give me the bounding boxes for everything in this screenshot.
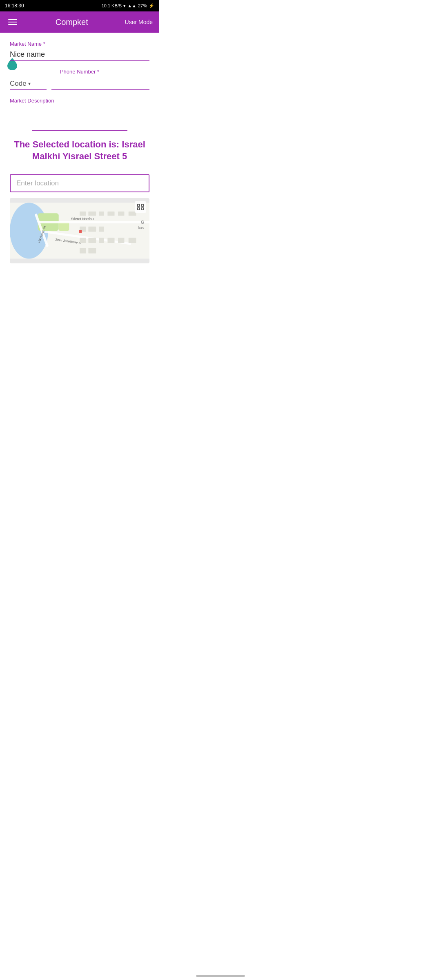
svg-rect-18 xyxy=(99,227,104,232)
svg-rect-31 xyxy=(141,204,143,206)
svg-rect-14 xyxy=(118,212,124,216)
wifi-icon: ▾ xyxy=(123,3,126,9)
map-view: Sderot Nordau HaYarkon St Zeev Jabotinsk… xyxy=(10,198,149,263)
menu-line-1 xyxy=(8,19,17,20)
market-name-field: Market Name * xyxy=(10,41,149,61)
market-name-input[interactable] xyxy=(10,49,149,61)
svg-rect-11 xyxy=(88,212,96,216)
svg-rect-13 xyxy=(107,212,114,216)
app-title: Compket xyxy=(19,18,125,27)
svg-text:Sderot Nordau: Sderot Nordau xyxy=(71,217,94,221)
market-description-label: Market Description xyxy=(10,98,149,104)
svg-rect-21 xyxy=(99,238,104,243)
svg-rect-22 xyxy=(107,238,114,243)
chevron-down-icon: ▾ xyxy=(28,81,31,87)
svg-rect-12 xyxy=(99,212,104,216)
svg-rect-32 xyxy=(138,208,140,210)
menu-line-3 xyxy=(8,24,17,25)
code-label: Code xyxy=(10,80,27,88)
battery-indicator: 27% xyxy=(138,3,147,8)
speed-indicator: 10.1 KB/S xyxy=(102,3,122,8)
svg-rect-19 xyxy=(80,238,86,243)
location-input[interactable] xyxy=(10,174,149,192)
svg-text:G: G xyxy=(141,220,145,225)
svg-rect-4 xyxy=(38,221,149,223)
map-container: Sderot Nordau HaYarkon St Zeev Jabotinsk… xyxy=(10,198,149,263)
phone-number-input[interactable] xyxy=(51,78,149,90)
phone-row: Code ▾ xyxy=(10,78,149,90)
status-time: 16:18:30 xyxy=(5,3,24,9)
svg-rect-26 xyxy=(88,248,96,254)
svg-rect-17 xyxy=(88,227,96,232)
market-name-label: Market Name * xyxy=(10,41,149,47)
charging-icon: ⚡ xyxy=(149,3,154,9)
status-icons: 10.1 KB/S ▾ ▲▲ 27% ⚡ xyxy=(102,3,154,9)
svg-rect-27 xyxy=(79,230,82,233)
menu-line-2 xyxy=(8,22,17,22)
svg-text:kas: kas xyxy=(138,226,144,230)
user-mode-button[interactable]: User Mode xyxy=(125,19,153,25)
form-section: Market Name * Phone Number * Code ▾ Mark… xyxy=(0,33,159,109)
svg-rect-25 xyxy=(80,248,86,254)
selected-location-text: The Selected location is: Israel Malkhi … xyxy=(7,139,153,162)
phone-number-label: Phone Number * xyxy=(10,69,149,75)
expand-icon xyxy=(137,204,144,210)
svg-rect-33 xyxy=(141,208,143,210)
status-bar: 16:18:30 10.1 KB/S ▾ ▲▲ 27% ⚡ xyxy=(0,0,159,11)
svg-rect-30 xyxy=(138,204,140,206)
svg-rect-24 xyxy=(129,238,136,243)
svg-rect-20 xyxy=(88,238,96,243)
menu-button[interactable] xyxy=(7,18,19,27)
location-input-section xyxy=(0,166,159,198)
svg-rect-10 xyxy=(80,212,86,216)
selected-location-section: The Selected location is: Israel Malkhi … xyxy=(0,131,159,166)
phone-number-field: Phone Number * Code ▾ xyxy=(10,69,149,90)
svg-rect-23 xyxy=(118,238,124,243)
signal-icon: ▲▲ xyxy=(127,3,136,8)
country-code-selector[interactable]: Code ▾ xyxy=(10,80,47,90)
navbar: Compket User Mode xyxy=(0,11,159,33)
map-expand-button[interactable] xyxy=(135,201,146,213)
